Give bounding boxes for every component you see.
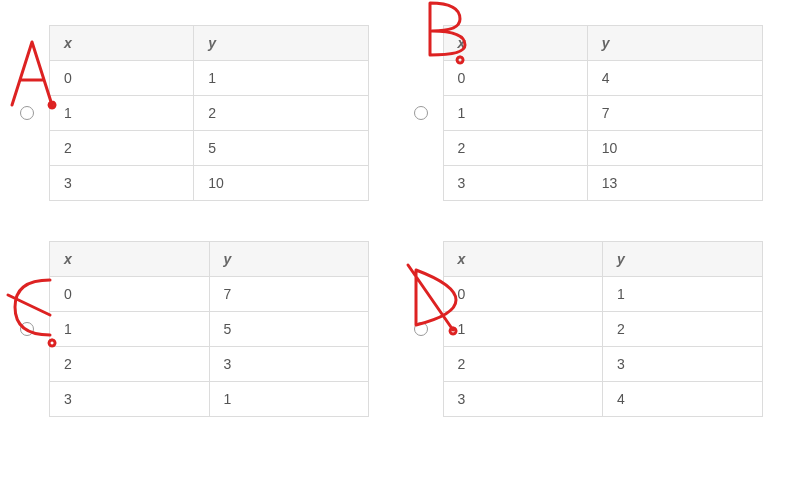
- col-y: y: [603, 242, 763, 277]
- col-y: y: [194, 26, 369, 61]
- table-row: 23: [443, 347, 762, 382]
- table-b: x y 04 17 210 313: [443, 25, 763, 201]
- table-row: 12: [50, 96, 369, 131]
- radio-d[interactable]: [414, 322, 428, 336]
- table-row: 01: [443, 277, 762, 312]
- table-row: 25: [50, 131, 369, 166]
- col-x: x: [50, 26, 194, 61]
- table-d: x y 01 12 23 34: [443, 241, 763, 417]
- table-row: 31: [50, 382, 369, 417]
- table-row: 01: [50, 61, 369, 96]
- col-y: y: [209, 242, 369, 277]
- radio-c[interactable]: [20, 322, 34, 336]
- table-row: 313: [443, 166, 762, 201]
- table-row: 210: [443, 131, 762, 166]
- col-x: x: [443, 26, 587, 61]
- option-d[interactable]: x y 01 12 23 34: [414, 241, 778, 417]
- table-row: 12: [443, 312, 762, 347]
- col-x: x: [50, 242, 210, 277]
- table-row: 310: [50, 166, 369, 201]
- radio-a[interactable]: [20, 106, 34, 120]
- option-b[interactable]: x y 04 17 210 313: [414, 25, 778, 201]
- table-row: 07: [50, 277, 369, 312]
- col-x: x: [443, 242, 603, 277]
- option-c[interactable]: x y 07 15 23 31: [20, 241, 384, 417]
- table-a: x y 01 12 25 310: [49, 25, 369, 201]
- radio-b[interactable]: [414, 106, 428, 120]
- table-row: 04: [443, 61, 762, 96]
- col-y: y: [587, 26, 762, 61]
- table-row: 15: [50, 312, 369, 347]
- table-row: 34: [443, 382, 762, 417]
- table-c: x y 07 15 23 31: [49, 241, 369, 417]
- option-a[interactable]: x y 01 12 25 310: [20, 25, 384, 201]
- table-row: 17: [443, 96, 762, 131]
- table-row: 23: [50, 347, 369, 382]
